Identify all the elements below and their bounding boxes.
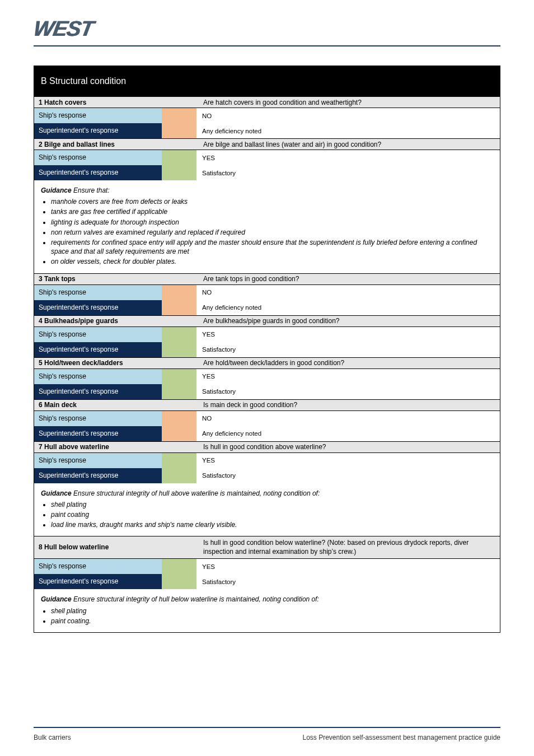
question-text: Are hatch covers in good condition and w…: [199, 97, 500, 108]
question-number: 7 Hull above waterline: [34, 442, 199, 452]
sup-response-color: [162, 300, 196, 315]
ship-response-text: YES: [196, 369, 500, 384]
question-text: Is hull in good condition below waterlin…: [199, 538, 500, 557]
section-6: 6 Main deck Is main deck in good conditi…: [34, 399, 500, 441]
header-rule: [34, 45, 500, 46]
sup-response-label: Superintendent's response: [34, 165, 162, 180]
sup-response-text: Satisfactory: [196, 384, 500, 399]
sup-response-row: Superintendent's response Any deficiency…: [34, 123, 500, 138]
sup-response-color: [162, 342, 196, 357]
footer-rule: [34, 727, 500, 728]
ship-response-row: Ship's response YES: [34, 369, 500, 384]
guidance-item: shell plating: [51, 500, 493, 509]
ship-response-color: [162, 108, 196, 123]
sup-response-color: [162, 574, 196, 589]
ship-response-row: Ship's response NO: [34, 108, 500, 123]
ship-response-label: Ship's response: [34, 327, 162, 342]
section-3: 3 Tank tops Are tank tops in good condit…: [34, 273, 500, 315]
section-4: 4 Bulkheads/pipe guards Are bulkheads/pi…: [34, 315, 500, 357]
ship-response-label: Ship's response: [34, 108, 162, 123]
sup-response-row: Superintendent's response Satisfactory: [34, 165, 500, 180]
ship-response-color: [162, 285, 196, 300]
ship-response-label: Ship's response: [34, 453, 162, 468]
sup-response-color: [162, 384, 196, 399]
question-number: 4 Bulkheads/pipe guards: [34, 316, 199, 326]
guidance-intro-text: Ensure structural integrity of hull belo…: [73, 595, 319, 603]
question-number: 5 Hold/tween deck/ladders: [34, 358, 199, 368]
sup-response-row: Superintendent's response Any deficiency…: [34, 426, 500, 441]
sup-response-label: Superintendent's response: [34, 123, 162, 138]
guidance-item: manhole covers are free from defects or …: [51, 197, 493, 206]
ship-response-color: [162, 453, 196, 468]
sup-response-text: Satisfactory: [196, 574, 500, 589]
guidance-item: load line marks, draught marks and ship'…: [51, 520, 493, 529]
ship-response-text: NO: [196, 285, 500, 300]
guidance-item: paint coating: [51, 510, 493, 519]
ship-response-label: Ship's response: [34, 285, 162, 300]
question-row: 1 Hatch covers Are hatch covers in good …: [34, 97, 500, 108]
ship-response-label: Ship's response: [34, 150, 162, 165]
brand-logo: WEST: [31, 17, 95, 41]
sup-response-label: Superintendent's response: [34, 574, 162, 589]
footer-right: Loss Prevention self-assessment best man…: [302, 734, 500, 741]
question-number: 8 Hull below waterline: [34, 542, 199, 553]
ship-response-text: YES: [196, 150, 500, 165]
section-2: 2 Bilge and ballast lines Are bilge and …: [34, 138, 500, 273]
question-row: 6 Main deck Is main deck in good conditi…: [34, 400, 500, 411]
question-text: Are bulkheads/pipe guards in good condit…: [199, 316, 500, 326]
question-row: 8 Hull below waterline Is hull in good c…: [34, 536, 500, 559]
sup-response-row: Superintendent's response Satisfactory: [34, 384, 500, 399]
guidance-label: Guidance: [41, 595, 72, 603]
guidance-intro-text: Ensure structural integrity of hull abov…: [73, 489, 320, 497]
sup-response-label: Superintendent's response: [34, 468, 162, 483]
ship-response-row: Ship's response YES: [34, 327, 500, 342]
ship-response-color: [162, 150, 196, 165]
guidance-block: Guidance Ensure structural integrity of …: [34, 483, 500, 536]
ship-response-text: NO: [196, 108, 500, 123]
question-row: 2 Bilge and ballast lines Are bilge and …: [34, 139, 500, 150]
ship-response-color: [162, 369, 196, 384]
sup-response-row: Superintendent's response Satisfactory: [34, 468, 500, 483]
sup-response-text: Satisfactory: [196, 165, 500, 180]
section-header: B Structural condition: [34, 66, 500, 96]
question-row: 3 Tank tops Are tank tops in good condit…: [34, 274, 500, 285]
ship-response-label: Ship's response: [34, 559, 162, 574]
ship-response-color: [162, 559, 196, 574]
sup-response-row: Superintendent's response Satisfactory: [34, 574, 500, 589]
guidance-intro-text: Ensure that:: [73, 186, 110, 194]
ship-response-row: Ship's response YES: [34, 150, 500, 165]
ship-response-label: Ship's response: [34, 411, 162, 426]
section-7: 7 Hull above waterline Is hull in good c…: [34, 441, 500, 536]
assessment-table: B Structural condition 1 Hatch covers Ar…: [34, 66, 500, 633]
guidance-item: shell plating: [51, 606, 493, 615]
ship-response-label: Ship's response: [34, 369, 162, 384]
question-number: 1 Hatch covers: [34, 97, 199, 108]
footer-left: Bulk carriers: [34, 734, 71, 741]
sup-response-text: Any deficiency noted: [196, 300, 500, 315]
guidance-list: manhole covers are free from defects or …: [51, 197, 493, 266]
question-row: 4 Bulkheads/pipe guards Are bulkheads/pi…: [34, 316, 500, 327]
ship-response-text: YES: [196, 559, 500, 574]
ship-response-color: [162, 411, 196, 426]
ship-response-text: NO: [196, 411, 500, 426]
ship-response-row: Ship's response YES: [34, 453, 500, 468]
question-number: 3 Tank tops: [34, 274, 199, 284]
sup-response-row: Superintendent's response Any deficiency…: [34, 300, 500, 315]
question-row: 5 Hold/tween deck/ladders Are hold/tween…: [34, 358, 500, 369]
question-text: Are tank tops in good condition?: [199, 274, 500, 284]
question-text: Are hold/tween deck/ladders in good cond…: [199, 358, 500, 368]
ship-response-row: Ship's response NO: [34, 411, 500, 426]
ship-response-color: [162, 327, 196, 342]
sup-response-text: Satisfactory: [196, 342, 500, 357]
sup-response-label: Superintendent's response: [34, 384, 162, 399]
sup-response-text: Any deficiency noted: [196, 426, 500, 441]
question-text: Is main deck in good condition?: [199, 400, 500, 410]
sup-response-label: Superintendent's response: [34, 300, 162, 315]
sup-response-color: [162, 468, 196, 483]
sup-response-label: Superintendent's response: [34, 426, 162, 441]
question-row: 7 Hull above waterline Is hull in good c…: [34, 442, 500, 453]
sup-response-color: [162, 123, 196, 138]
guidance-list: shell plating paint coating load line ma…: [51, 500, 493, 530]
ship-response-text: YES: [196, 453, 500, 468]
section-5: 5 Hold/tween deck/ladders Are hold/tween…: [34, 357, 500, 399]
